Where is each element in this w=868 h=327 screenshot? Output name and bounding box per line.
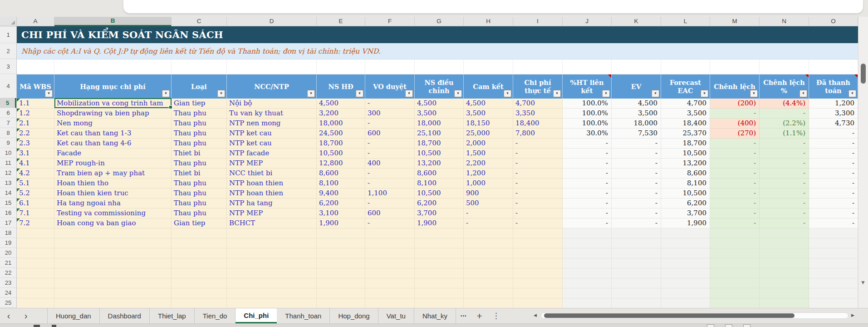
cell-E15[interactable]: 6,200 — [317, 198, 365, 208]
table-header-G[interactable]: NS điều chỉnh▾ — [415, 74, 464, 99]
cell-K11[interactable]: - — [612, 159, 661, 168]
cell-F20[interactable] — [365, 248, 415, 258]
cell-K6[interactable]: 3,500 — [612, 109, 661, 119]
cell-H18[interactable] — [464, 228, 513, 238]
cell-M12[interactable]: - — [710, 168, 760, 178]
cell-F7[interactable]: - — [365, 119, 415, 129]
cell-D10[interactable]: NTP facade — [227, 149, 317, 159]
cell-M11[interactable]: - — [710, 159, 760, 168]
column-header-O[interactable]: O — [809, 17, 858, 26]
filter-dropdown-icon[interactable]: ▾ — [217, 90, 225, 97]
cell-E20[interactable] — [317, 248, 365, 258]
cell-M20[interactable] — [710, 248, 760, 258]
cell-O19[interactable] — [809, 238, 858, 248]
cell-M25[interactable] — [710, 298, 760, 308]
cell-D13[interactable]: NTP hoan thien — [227, 178, 317, 188]
tab-menu-icon[interactable]: ⋮ — [488, 308, 505, 323]
table-header-L[interactable]: Forecast EAC▾ — [661, 74, 710, 99]
cell-J10[interactable]: - — [563, 149, 612, 159]
cell-K24[interactable] — [612, 288, 661, 298]
cell-G7[interactable]: 18,000 — [415, 119, 464, 129]
cell-M23[interactable] — [710, 278, 760, 288]
cell-C22[interactable] — [172, 268, 227, 278]
cell-E18[interactable] — [317, 228, 365, 238]
cell-L7[interactable]: 18,400 — [661, 119, 710, 129]
sheet-tab-chi_phi[interactable]: Chi_phi — [235, 308, 277, 323]
cell-H14[interactable]: 900 — [464, 188, 513, 198]
cell-N20[interactable] — [760, 248, 809, 258]
cell-A18[interactable] — [17, 228, 54, 238]
sheet-tab-dashboard[interactable]: Dashboard — [100, 308, 150, 323]
cell-A23[interactable] — [17, 278, 54, 288]
cell-F15[interactable]: - — [365, 198, 415, 208]
cell-F12[interactable]: - — [365, 168, 415, 178]
cell-C5[interactable]: Gian tiep — [172, 99, 227, 109]
scroll-down-icon[interactable]: ▼ — [860, 279, 866, 286]
cell-H19[interactable] — [464, 238, 513, 248]
cell-I20[interactable] — [513, 248, 563, 258]
cell-I15[interactable]: - — [513, 198, 563, 208]
cell-J23[interactable] — [563, 278, 612, 288]
cell-J14[interactable]: - — [563, 188, 612, 198]
cell-O10[interactable]: - — [809, 149, 858, 159]
cell-D21[interactable] — [227, 258, 317, 268]
cell-C7[interactable]: Thau phu — [172, 119, 227, 129]
cell-I25[interactable] — [513, 298, 563, 308]
cell-E23[interactable] — [317, 278, 365, 288]
cell-E24[interactable] — [317, 288, 365, 298]
cell-O20[interactable] — [809, 248, 858, 258]
cell-K5[interactable]: 4,500 — [612, 99, 661, 109]
cell-N21[interactable] — [760, 258, 809, 268]
cell-J11[interactable]: - — [563, 159, 612, 168]
cell-H5[interactable]: 4,500 — [464, 99, 513, 109]
cell-F8[interactable]: 600 — [365, 129, 415, 139]
filter-dropdown-icon[interactable]: ▾ — [45, 90, 53, 97]
cell-N23[interactable] — [760, 278, 809, 288]
cell-H24[interactable] — [464, 288, 513, 298]
cell-E6[interactable]: 3,200 — [317, 109, 365, 119]
cell-O15[interactable]: - — [809, 198, 858, 208]
cell-O9[interactable]: - — [809, 139, 858, 149]
cell-G25[interactable] — [415, 298, 464, 308]
cell-M19[interactable] — [710, 238, 760, 248]
cell-L22[interactable] — [661, 268, 710, 278]
cell-K16[interactable]: - — [612, 208, 661, 218]
cell-M21[interactable] — [710, 258, 760, 268]
cell-I24[interactable] — [513, 288, 563, 298]
cell-L8[interactable]: 25,370 — [661, 129, 710, 139]
cell-K8[interactable]: 7,530 — [612, 129, 661, 139]
row-header-16[interactable]: 16 — [0, 208, 16, 218]
cell-B12[interactable]: Tram bien ap + may phat — [54, 168, 172, 178]
cell-M14[interactable]: - — [710, 188, 760, 198]
cell-B18[interactable] — [54, 228, 172, 238]
cell-K25[interactable] — [612, 298, 661, 308]
cell-J5[interactable]: 100.0% — [563, 99, 612, 109]
table-header-F[interactable]: VO duyệt▾ — [365, 74, 415, 99]
cell-N7[interactable]: (2.2%) — [760, 119, 809, 129]
table-header-A[interactable]: Mã WBS▾ — [17, 74, 54, 99]
cell-B23[interactable] — [54, 278, 172, 288]
cell-O11[interactable]: - — [809, 159, 858, 168]
cell-L15[interactable]: 6,200 — [661, 198, 710, 208]
cell-A25[interactable] — [17, 298, 54, 308]
column-header-F[interactable]: F — [365, 17, 415, 26]
table-header-B[interactable]: Hạng mục chi phí▾ — [54, 74, 172, 99]
cell-K21[interactable] — [612, 258, 661, 268]
cell-J12[interactable]: - — [563, 168, 612, 178]
cell-H25[interactable] — [464, 298, 513, 308]
cell-C16[interactable]: Thau phu — [172, 208, 227, 218]
cell-J17[interactable]: - — [563, 218, 612, 228]
cell-B24[interactable] — [54, 288, 172, 298]
cell-M17[interactable]: - — [710, 218, 760, 228]
cell-F24[interactable] — [365, 288, 415, 298]
cell-E10[interactable]: 10,500 — [317, 149, 365, 159]
column-header-I[interactable]: I — [513, 17, 563, 26]
cell-G15[interactable]: 6,200 — [415, 198, 464, 208]
cell-A9[interactable]: 2.3 — [17, 139, 54, 149]
cell-B7[interactable]: Nen mong — [54, 119, 172, 129]
sheet-tab-vat_tu[interactable]: Vat_tu — [378, 308, 414, 323]
sheet-tab-tien_do[interactable]: Tien_do — [195, 308, 236, 323]
row-header-21[interactable]: 21 — [0, 258, 16, 268]
tab-nav-next-icon[interactable]: › — [17, 308, 34, 323]
cell-I11[interactable]: - — [513, 159, 563, 168]
